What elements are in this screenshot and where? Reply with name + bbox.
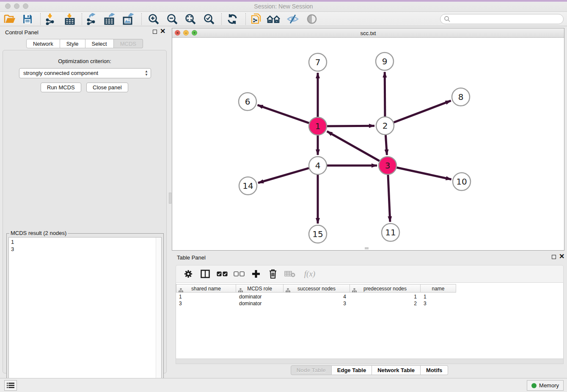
cell-successor-nodes[interactable]: 3 [284, 300, 350, 307]
canvas-scrollbar-hint[interactable] [365, 247, 369, 249]
cell-name[interactable]: 3 [421, 300, 456, 307]
criterion-value: strongly connected component [23, 70, 98, 76]
graph-edge-3-1[interactable] [327, 131, 380, 161]
network-view-window: ✕ − + scc.txt 1234678910111415 [172, 28, 564, 251]
table-row[interactable]: 3dominator323 [176, 300, 456, 307]
graph-node-11[interactable]: 11 [382, 224, 399, 241]
svg-text:6: 6 [245, 97, 250, 107]
run-mcds-button[interactable]: Run MCDS [41, 83, 81, 92]
network-canvas[interactable]: 1234678910111415 [172, 38, 564, 250]
cell-shared-name[interactable]: 3 [176, 300, 236, 307]
table-panel: Table Panel ✕ [172, 252, 567, 378]
add-column-icon[interactable] [250, 268, 261, 279]
graph-node-3[interactable]: 3 [379, 157, 396, 174]
import-table-icon[interactable] [63, 12, 77, 26]
close-table-panel-icon[interactable]: ✕ [559, 253, 564, 260]
column-header-shared-name[interactable]: shared name [176, 284, 236, 293]
table-tab-node-table[interactable]: Node Table [291, 365, 332, 375]
cell-successor-nodes[interactable]: 4 [284, 293, 350, 300]
close-panel-button[interactable]: Close panel [86, 83, 128, 92]
zoom-selected-icon[interactable] [201, 12, 216, 26]
result-scrollbar[interactable] [156, 237, 161, 392]
delete-column-icon[interactable] [267, 268, 278, 279]
task-history-button[interactable] [4, 380, 17, 391]
svg-text:7: 7 [315, 57, 321, 67]
graph-node-4[interactable]: 4 [309, 157, 327, 174]
select-all-checkboxes-icon[interactable] [217, 268, 228, 279]
export-image-icon[interactable] [121, 12, 136, 26]
table-tab-edge-table[interactable]: Edge Table [332, 365, 372, 375]
application-window: Session: New Session [0, 0, 567, 392]
dropdown-stepper-icon: ▲▼ [145, 70, 148, 77]
graph-edge-4-14[interactable] [258, 168, 309, 183]
node-table[interactable]: shared nameMCDS rolesuccessor nodesprede… [176, 283, 564, 359]
graph-edge-3-10[interactable] [397, 168, 451, 179]
graph-edge-3-11[interactable] [388, 175, 390, 222]
cell-name[interactable]: 1 [421, 293, 456, 300]
column-header-predecessor-nodes[interactable]: predecessor nodes [350, 284, 421, 293]
float-panel-icon[interactable] [153, 30, 157, 34]
export-table-icon[interactable] [103, 12, 117, 26]
hide-selected-icon[interactable] [286, 12, 300, 26]
graph-node-14[interactable]: 14 [239, 177, 257, 195]
clone-network-icon[interactable] [249, 12, 263, 26]
graph-node-15[interactable]: 15 [309, 225, 327, 243]
criterion-dropdown[interactable]: strongly connected component ▲▼ [19, 68, 151, 78]
graph-edge-2-8[interactable] [394, 101, 451, 122]
network-window-titlebar[interactable]: ✕ − + scc.txt [172, 28, 564, 38]
function-builder-icon[interactable]: f(x) [301, 268, 318, 279]
table-row[interactable]: 1dominator411 [176, 293, 456, 300]
optimization-criterion-label: Optimization criterion: [3, 58, 166, 64]
splitter-handle[interactable] [169, 193, 171, 204]
split-columns-icon[interactable] [200, 268, 211, 279]
settings-gear-icon[interactable] [183, 268, 194, 279]
save-session-icon[interactable] [20, 12, 35, 26]
delete-table-icon[interactable] [284, 268, 295, 279]
zoom-fit-icon[interactable] [183, 12, 197, 26]
control-tab-mcds[interactable]: MCDS [114, 39, 143, 48]
import-network-icon[interactable] [43, 12, 58, 26]
control-tab-style[interactable]: Style [60, 39, 85, 48]
graph-node-6[interactable]: 6 [239, 93, 256, 110]
mcds-result-box: MCDS result (2 nodes) 1 3 [6, 233, 164, 392]
graph-node-10[interactable]: 10 [453, 173, 471, 190]
float-table-panel-icon[interactable] [552, 255, 556, 259]
zoom-in-icon[interactable] [146, 12, 160, 26]
mcds-tab-content: Optimization criterion: strongly connect… [3, 50, 167, 373]
close-panel-icon[interactable]: ✕ [160, 28, 165, 35]
first-neighbors-icon[interactable] [266, 12, 281, 26]
cell-MCDS-role[interactable]: dominator [236, 300, 284, 307]
table-tab-network-table[interactable]: Network Table [372, 365, 421, 375]
cell-predecessor-nodes[interactable]: 1 [350, 293, 421, 300]
graph-edge-1-6[interactable] [258, 105, 309, 123]
search-icon [444, 16, 451, 22]
cell-MCDS-role[interactable]: dominator [236, 293, 284, 300]
table-tab-motifs[interactable]: Motifs [421, 365, 448, 375]
show-all-icon[interactable] [305, 12, 319, 26]
mcds-result-area[interactable]: 1 3 [8, 237, 162, 392]
graph-node-7[interactable]: 7 [309, 53, 327, 71]
deselect-all-checkboxes-icon[interactable] [234, 268, 245, 279]
graph-edge-2-3[interactable] [385, 135, 387, 155]
cell-shared-name[interactable]: 1 [176, 293, 236, 300]
graph-edge-1-2[interactable] [327, 126, 374, 126]
column-header-name[interactable]: name [421, 284, 456, 293]
control-tab-network[interactable]: Network [26, 39, 60, 48]
graph-node-9[interactable]: 9 [376, 52, 394, 70]
open-file-icon[interactable] [3, 12, 17, 26]
graph-node-2[interactable]: 2 [376, 117, 394, 135]
memory-button[interactable]: Memory [527, 380, 564, 391]
cell-predecessor-nodes[interactable]: 2 [350, 300, 421, 307]
control-tab-select[interactable]: Select [85, 39, 114, 48]
refresh-icon[interactable] [225, 12, 239, 26]
graph-node-8[interactable]: 8 [452, 88, 470, 106]
column-header-MCDS-role[interactable]: MCDS role [236, 284, 284, 293]
graph-node-1[interactable]: 1 [309, 117, 327, 135]
graph-edge-2-9[interactable] [385, 72, 385, 116]
search-field[interactable] [440, 14, 564, 24]
search-input[interactable] [451, 15, 563, 23]
zoom-out-icon[interactable] [165, 12, 179, 26]
export-network-icon[interactable] [85, 12, 99, 26]
column-header-successor-nodes[interactable]: successor nodes [284, 284, 350, 293]
svg-text:9: 9 [382, 56, 388, 66]
